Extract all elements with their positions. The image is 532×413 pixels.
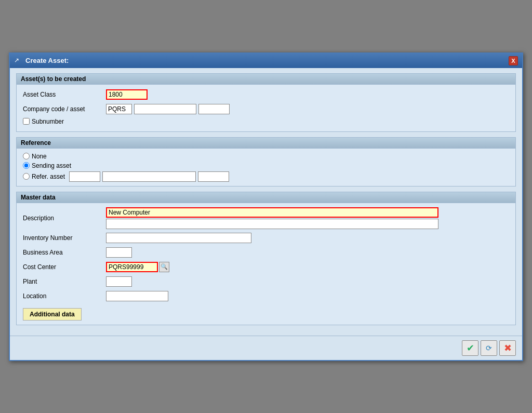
inventory-number-row: Inventory Number <box>23 232 509 244</box>
sending-asset-label: Sending asset <box>32 162 71 169</box>
company-code-row: Company code / asset <box>23 103 509 115</box>
cost-center-row: Cost Center 🔍 <box>23 261 509 273</box>
reference-section: Reference None Sending asset Refer. asse… <box>16 137 516 186</box>
asset-class-label: Asset Class <box>23 91 106 98</box>
confirm-button[interactable]: ✔ <box>462 340 478 356</box>
reference-radio-group: None Sending asset Refer. asset <box>23 153 509 182</box>
cost-center-label: Cost Center <box>23 263 106 271</box>
assets-section-header: Asset(s) to be created <box>17 74 515 85</box>
additional-data-button[interactable]: Additional data <box>23 308 82 321</box>
none-radio[interactable] <box>23 153 30 159</box>
business-area-label: Business Area <box>23 249 106 256</box>
sending-asset-radio[interactable] <box>23 162 30 169</box>
inventory-number-label: Inventory Number <box>23 234 106 242</box>
description2-input[interactable] <box>106 219 438 229</box>
create-asset-dialog: ↗ Create Asset: X Asset(s) to be created… <box>9 52 523 361</box>
dialog-icon: ↗ <box>14 57 22 65</box>
description-input[interactable] <box>106 207 438 218</box>
company-code-label: Company code / asset <box>23 105 106 113</box>
title-bar: ↗ Create Asset: X <box>10 54 522 68</box>
reference-section-header: Reference <box>17 138 515 149</box>
sub-asset-input[interactable] <box>198 104 230 114</box>
refer-asset-label: Refer. asset <box>32 173 65 180</box>
location-row: Location <box>23 290 509 302</box>
refer-asset-radio-row: Refer. asset <box>23 171 509 182</box>
reference-section-body: None Sending asset Refer. asset <box>17 149 515 186</box>
description-label: Description <box>23 215 106 222</box>
cancel-icon: ✖ <box>504 342 512 354</box>
plant-row: Plant <box>23 276 509 287</box>
search-icon: 🔍 <box>161 263 168 270</box>
description-row: Description <box>23 207 509 229</box>
additional-data-row: Additional data <box>23 306 509 321</box>
assets-to-be-created-section: Asset(s) to be created Asset Class Compa… <box>16 73 516 132</box>
master-data-section-header: Master data <box>17 192 515 203</box>
master-data-section: Master data Description Inventory Number <box>16 192 516 325</box>
dialog-title: Create Asset: <box>25 57 69 64</box>
ref-field3-input[interactable] <box>198 171 229 182</box>
asset-class-row: Asset Class <box>23 89 509 100</box>
asset-number-input[interactable] <box>134 104 196 114</box>
subnumber-label: Subnumber <box>32 118 64 125</box>
check-icon: ✔ <box>467 342 474 354</box>
none-label: None <box>32 153 47 160</box>
cancel-button[interactable]: ✖ <box>499 340 516 356</box>
refresh-icon: ⟳ <box>486 344 492 352</box>
master-data-section-body: Description Inventory Number Business Ar… <box>17 203 515 325</box>
dialog-body: Asset(s) to be created Asset Class Compa… <box>10 68 522 336</box>
title-bar-left: ↗ Create Asset: <box>14 57 69 65</box>
location-label: Location <box>23 292 106 300</box>
refer-asset-inputs <box>69 171 229 182</box>
close-button[interactable]: X <box>509 56 518 65</box>
subnumber-checkbox[interactable] <box>23 118 30 125</box>
cost-center-input[interactable] <box>106 262 158 272</box>
description-inputs <box>106 207 438 229</box>
dialog-footer: ✔ ⟳ ✖ <box>10 336 522 360</box>
business-area-row: Business Area <box>23 247 509 258</box>
assets-section-body: Asset Class Company code / asset Subnumb… <box>17 85 515 131</box>
plant-input[interactable] <box>106 276 132 287</box>
refresh-button[interactable]: ⟳ <box>481 340 497 356</box>
subnumber-row: Subnumber <box>23 118 509 125</box>
sending-asset-radio-row: Sending asset <box>23 162 509 169</box>
location-input[interactable] <box>106 291 168 301</box>
refer-asset-radio[interactable] <box>23 173 30 180</box>
plant-label: Plant <box>23 278 106 285</box>
none-radio-row: None <box>23 153 509 160</box>
ref-field1-input[interactable] <box>69 171 100 182</box>
asset-class-input[interactable] <box>106 89 148 100</box>
company-code-input[interactable] <box>106 104 132 114</box>
cost-center-input-group: 🔍 <box>106 262 169 272</box>
ref-field2-input[interactable] <box>102 171 196 182</box>
business-area-input[interactable] <box>106 247 132 258</box>
inventory-number-input[interactable] <box>106 233 251 243</box>
cost-center-search-button[interactable]: 🔍 <box>159 262 169 272</box>
